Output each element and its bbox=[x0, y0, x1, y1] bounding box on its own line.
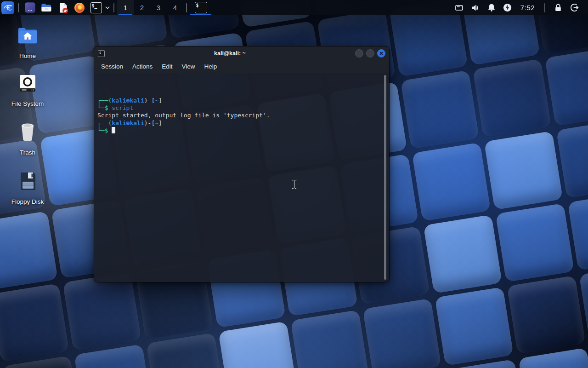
launcher-app-window[interactable] bbox=[23, 0, 37, 15]
notifications-tray-button[interactable] bbox=[486, 2, 498, 14]
chevron-down-icon bbox=[105, 6, 110, 9]
menu-edit[interactable]: Edit bbox=[158, 62, 176, 71]
workspace-label: 1 bbox=[124, 4, 127, 12]
window-titlebar[interactable]: $ kali@kali: ~ ✕ bbox=[94, 46, 389, 60]
clock[interactable]: 7:52 bbox=[518, 4, 537, 12]
terminal-window: $ kali@kali: ~ ✕ Session Actions Edit Vi… bbox=[94, 46, 390, 282]
drive-icon bbox=[17, 73, 38, 93]
applications-menu-button[interactable] bbox=[0, 0, 15, 15]
power-manager-tray-button[interactable] bbox=[502, 2, 514, 14]
text-editor-icon bbox=[57, 2, 69, 14]
taskbar-active-underline bbox=[190, 14, 211, 15]
window-menubar: Session Actions Edit View Help bbox=[94, 60, 389, 73]
network-tray-button[interactable] bbox=[453, 2, 465, 14]
menu-session[interactable]: Session bbox=[97, 62, 127, 71]
workspace-button-3[interactable]: 3 bbox=[150, 0, 167, 15]
logout-button[interactable] bbox=[568, 2, 580, 14]
menu-help[interactable]: Help bbox=[200, 62, 221, 71]
lock-screen-icon bbox=[554, 3, 563, 12]
file-manager-icon bbox=[40, 2, 52, 14]
desktop-icon-floppy-disk[interactable]: Floppy Disk bbox=[6, 170, 49, 205]
logout-icon bbox=[570, 3, 579, 12]
terminal-icon: $_ bbox=[90, 2, 102, 13]
desktop-icon-trash[interactable]: Trash bbox=[6, 121, 49, 156]
power-manager-icon bbox=[503, 3, 512, 12]
app-window-icon bbox=[24, 2, 36, 13]
workspace-label: 3 bbox=[157, 4, 160, 12]
top-panel: $_ 1 2 3 4 $_ bbox=[0, 0, 588, 15]
floppy-icon bbox=[18, 171, 37, 192]
launcher-terminal[interactable]: $_ bbox=[89, 0, 103, 15]
panel-separator bbox=[18, 3, 19, 12]
terminal-mini-icon: $ bbox=[98, 50, 105, 57]
menu-view[interactable]: View bbox=[178, 62, 199, 71]
panel-separator bbox=[113, 3, 114, 12]
volume-icon bbox=[470, 3, 481, 13]
terminal-scrollbar[interactable] bbox=[384, 75, 386, 280]
panel-separator bbox=[544, 3, 545, 12]
desktop-icon-file-system[interactable]: File System bbox=[6, 72, 49, 107]
trash-icon bbox=[17, 121, 38, 143]
workspace-label: 2 bbox=[140, 4, 144, 12]
terminal-launcher-dropdown[interactable] bbox=[104, 0, 111, 15]
workspace-button-1[interactable]: 1 bbox=[117, 0, 134, 15]
desktop-icon-home[interactable]: Home bbox=[6, 24, 49, 59]
menu-actions[interactable]: Actions bbox=[128, 62, 157, 71]
close-button[interactable]: ✕ bbox=[377, 49, 385, 58]
workspace-active-underline bbox=[119, 14, 132, 15]
panel-separator bbox=[186, 3, 187, 12]
terminal-window-icon: $_ bbox=[195, 2, 207, 13]
workspace-button-2[interactable]: 2 bbox=[134, 0, 150, 15]
system-tray: 7:52 bbox=[453, 2, 588, 14]
desktop-icon-label: Home bbox=[6, 52, 49, 59]
maximize-button[interactable] bbox=[366, 49, 374, 58]
window-title: kali@kali: ~ bbox=[105, 50, 355, 57]
desktop: $_ 1 2 3 4 $_ bbox=[0, 0, 588, 368]
desktop-icon-label: File System bbox=[6, 100, 49, 107]
desktop-icon-label: Trash bbox=[6, 149, 49, 156]
launcher-firefox[interactable] bbox=[73, 0, 86, 15]
firefox-icon bbox=[74, 2, 85, 14]
taskbar-window-button-terminal[interactable]: $_ bbox=[190, 0, 212, 15]
notifications-icon bbox=[487, 3, 496, 12]
lock-screen-button[interactable] bbox=[552, 2, 564, 14]
minimize-button[interactable] bbox=[355, 49, 363, 58]
kali-dragon-icon bbox=[1, 1, 14, 14]
launcher-file-manager[interactable] bbox=[40, 0, 53, 15]
desktop-icon-label: Floppy Disk bbox=[6, 198, 49, 205]
workspace-button-4[interactable]: 4 bbox=[167, 0, 183, 15]
volume-tray-button[interactable] bbox=[469, 2, 481, 14]
workspace-label: 4 bbox=[173, 4, 177, 12]
launcher-text-editor[interactable] bbox=[56, 0, 70, 15]
network-icon bbox=[454, 3, 464, 12]
home-folder-icon bbox=[17, 26, 38, 45]
terminal-output[interactable]: ┌──(kali⊛kali)-[~]└─$ scriptScript start… bbox=[94, 73, 389, 282]
